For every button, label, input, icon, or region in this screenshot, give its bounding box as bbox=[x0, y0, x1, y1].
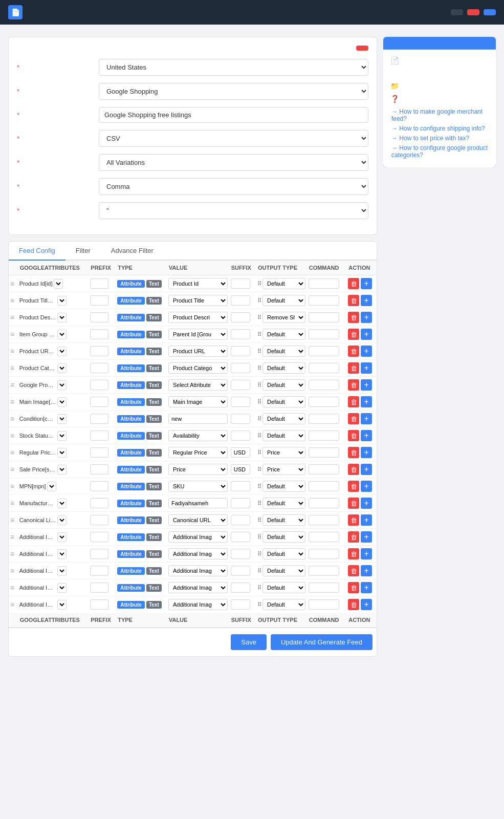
command-input[interactable] bbox=[309, 346, 339, 356]
support-link-2[interactable]: How to configure shipping info? bbox=[390, 125, 489, 132]
drag-handle[interactable]: ≡ bbox=[10, 415, 14, 423]
value-select[interactable]: SKU bbox=[168, 481, 228, 492]
value-select[interactable]: Additional Imag bbox=[168, 531, 228, 543]
delete-button[interactable]: 🗑 bbox=[348, 548, 359, 559]
prefix-input[interactable] bbox=[90, 583, 108, 593]
add-button[interactable]: + bbox=[361, 565, 372, 576]
suffix-input[interactable] bbox=[231, 583, 250, 593]
prefix-input[interactable] bbox=[90, 295, 108, 306]
google-attr-select[interactable]: ▾ bbox=[57, 583, 67, 593]
drag-handle[interactable]: ≡ bbox=[10, 381, 14, 389]
google-attr-select[interactable]: ▾ bbox=[57, 313, 67, 322]
output-type-select[interactable]: Default bbox=[262, 565, 305, 576]
add-button[interactable]: + bbox=[361, 531, 372, 543]
value-select[interactable]: Additional Imag bbox=[168, 548, 228, 559]
add-button[interactable]: + bbox=[361, 447, 372, 458]
tab-advance-filter[interactable]: Advance Filter bbox=[101, 242, 164, 261]
command-input[interactable] bbox=[309, 498, 339, 508]
suffix-input[interactable] bbox=[231, 380, 250, 390]
delete-button[interactable]: 🗑 bbox=[348, 464, 359, 475]
output-type-select[interactable]: Price bbox=[262, 447, 305, 458]
delete-button[interactable]: 🗑 bbox=[348, 379, 359, 391]
command-input[interactable] bbox=[309, 566, 339, 576]
command-input[interactable] bbox=[309, 464, 339, 475]
prefix-input[interactable] bbox=[90, 363, 108, 373]
add-button[interactable]: + bbox=[361, 464, 372, 475]
prefix-input[interactable] bbox=[90, 447, 108, 458]
google-attr-select[interactable]: ▾ bbox=[57, 431, 67, 441]
google-attr-select[interactable]: ▾ bbox=[57, 499, 67, 508]
delete-button[interactable]: 🗑 bbox=[348, 278, 359, 289]
drag-handle[interactable]: ≡ bbox=[10, 550, 14, 558]
google-attr-select[interactable]: ▾ bbox=[57, 465, 67, 475]
drag-handle[interactable]: ≡ bbox=[10, 533, 14, 541]
output-type-select[interactable]: Default bbox=[262, 413, 305, 424]
variations-select[interactable]: All Variations bbox=[99, 154, 368, 171]
add-button[interactable]: + bbox=[361, 548, 372, 559]
prefix-input[interactable] bbox=[90, 515, 108, 525]
drag-handle[interactable]: ≡ bbox=[10, 499, 14, 507]
save-button[interactable]: Save bbox=[231, 634, 267, 650]
delete-button[interactable]: 🗑 bbox=[348, 430, 359, 441]
suffix-input[interactable] bbox=[231, 447, 250, 458]
value-select[interactable]: Product Catego bbox=[168, 362, 228, 374]
value-select[interactable]: Product Title bbox=[168, 295, 228, 306]
prefix-input[interactable] bbox=[90, 312, 108, 322]
command-input[interactable] bbox=[309, 515, 339, 525]
delete-button[interactable]: 🗑 bbox=[348, 447, 359, 458]
drag-handle[interactable]: ≡ bbox=[10, 330, 14, 338]
prefix-input[interactable] bbox=[90, 599, 108, 610]
add-button[interactable]: + bbox=[361, 278, 372, 289]
add-button[interactable]: + bbox=[361, 430, 372, 441]
google-attr-select[interactable]: ▾ bbox=[57, 397, 67, 407]
command-input[interactable] bbox=[309, 532, 339, 542]
google-attr-select[interactable]: ▾ bbox=[57, 363, 67, 373]
google-attr-select[interactable]: ▾ bbox=[57, 330, 67, 339]
command-input[interactable] bbox=[309, 414, 339, 424]
delete-button[interactable]: 🗑 bbox=[348, 413, 359, 424]
suffix-input[interactable] bbox=[231, 278, 250, 289]
prefix-input[interactable] bbox=[90, 566, 108, 576]
drag-handle[interactable]: ≡ bbox=[10, 448, 14, 457]
google-attr-select[interactable]: ▾ bbox=[57, 414, 67, 424]
value-select[interactable]: Availability bbox=[168, 430, 228, 441]
suffix-input[interactable] bbox=[231, 430, 250, 441]
suffix-input[interactable] bbox=[231, 346, 250, 356]
command-input[interactable] bbox=[309, 430, 339, 441]
command-input[interactable] bbox=[309, 599, 339, 610]
output-type-select[interactable]: Default bbox=[262, 346, 305, 357]
google-attr-select[interactable]: ▾ bbox=[57, 296, 67, 306]
delete-button[interactable]: 🗑 bbox=[348, 396, 359, 407]
delete-button[interactable]: 🗑 bbox=[348, 582, 359, 593]
value-select[interactable]: Additional Imag bbox=[168, 582, 228, 593]
suffix-input[interactable] bbox=[231, 397, 250, 407]
add-button[interactable]: + bbox=[361, 346, 372, 357]
command-input[interactable] bbox=[309, 481, 339, 491]
prefix-input[interactable] bbox=[90, 397, 108, 407]
add-button[interactable]: + bbox=[361, 396, 372, 407]
delete-button[interactable]: 🗑 bbox=[348, 531, 359, 543]
template-select[interactable]: Google Shopping bbox=[99, 83, 368, 100]
suffix-input[interactable] bbox=[231, 566, 250, 576]
drag-handle[interactable]: ≡ bbox=[10, 432, 14, 440]
output-type-select[interactable]: Default bbox=[262, 548, 305, 559]
prefix-input[interactable] bbox=[90, 380, 108, 390]
google-attr-select[interactable]: ▾ bbox=[57, 448, 67, 458]
add-button[interactable]: + bbox=[361, 599, 372, 610]
drag-handle[interactable]: ≡ bbox=[10, 347, 14, 355]
output-type-select[interactable]: Default bbox=[262, 430, 305, 441]
prefix-input[interactable] bbox=[90, 414, 108, 424]
value-select[interactable]: Price bbox=[168, 464, 228, 475]
add-button[interactable]: + bbox=[361, 481, 372, 492]
suffix-input[interactable] bbox=[231, 515, 250, 525]
command-input[interactable] bbox=[309, 363, 339, 373]
google-attr-select[interactable]: ▾ bbox=[57, 380, 67, 390]
clear-cache-button[interactable] bbox=[356, 46, 368, 51]
output-type-select[interactable]: Price bbox=[262, 464, 305, 475]
add-button[interactable]: + bbox=[361, 329, 372, 340]
delete-button[interactable]: 🗑 bbox=[348, 498, 359, 509]
google-attr-select[interactable]: ▾ bbox=[57, 600, 67, 610]
google-attr-select[interactable]: ▾ bbox=[57, 549, 67, 559]
output-type-select[interactable]: Default bbox=[262, 379, 305, 391]
suffix-input[interactable] bbox=[231, 599, 250, 610]
